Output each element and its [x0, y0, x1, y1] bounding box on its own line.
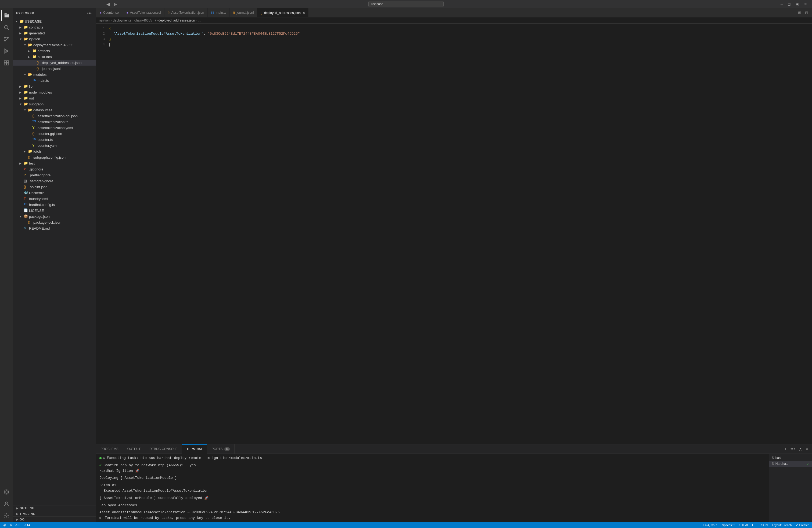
terminal-sidebar-item-bash[interactable]: $ bash	[769, 455, 812, 461]
tree-item-generated[interactable]: ▶ 📁 generated	[13, 30, 96, 36]
panel-more-button[interactable]: •••	[789, 446, 797, 452]
json-file-icon: {}	[37, 60, 41, 65]
panel-tab-output[interactable]: OUTPUT	[123, 444, 145, 454]
go-section[interactable]: ▶ GO	[13, 516, 96, 522]
terminal-output[interactable]: ⊞ Executing task: btp-scs hardhat deploy…	[96, 454, 769, 522]
tree-item-deployments[interactable]: ▼ 📂 deployments/chain-46655	[13, 42, 96, 48]
tree-item-artifacts[interactable]: ▶ 📁 artifacts	[13, 48, 96, 54]
tab-close-icon[interactable]: ×	[303, 11, 305, 15]
tree-item-prettierignore[interactable]: P .prettierignore	[13, 172, 96, 178]
tree-item-subgraph-config[interactable]: {} subgraph.config.json	[13, 154, 96, 160]
tree-item-counter-gql[interactable]: {} counter.gql.json	[13, 131, 96, 137]
json-file-icon: {}	[24, 185, 28, 189]
panel-tab-ports[interactable]: PORTS 14	[207, 444, 234, 454]
tree-item-datasources[interactable]: ▼ 📂 datasources	[13, 107, 96, 113]
breadcrumb-chain[interactable]: chain-46655	[134, 18, 152, 22]
breadcrumb-ellipsis[interactable]: …	[198, 18, 202, 22]
new-terminal-button[interactable]: +	[783, 446, 788, 452]
tree-item-solhint[interactable]: {} .solhint.json	[13, 184, 96, 190]
tree-item-gitignore[interactable]: ⊘ .gitignore	[13, 166, 96, 172]
activity-bar-item-extensions[interactable]	[1, 58, 12, 68]
breadcrumb-deployments[interactable]: deployments	[113, 18, 131, 22]
tree-item-contracts[interactable]: ▶ 📁 contracts	[13, 24, 96, 30]
tree-label: .gitignore	[29, 167, 43, 171]
tree-item-build-info[interactable]: ▶ 📁 build-info	[13, 54, 96, 60]
status-bar: ⊘ ⊘ 0 ⚠ 0 ↺ 14 Ln 4, Col 1 Spaces: 2 UTF…	[0, 522, 812, 528]
ts-file-icon: TS	[32, 78, 37, 83]
tree-item-package-lock[interactable]: {} package-lock.json	[13, 219, 96, 225]
activity-bar-item-settings[interactable]	[1, 510, 12, 521]
panel-tab-problems[interactable]: PROBLEMS	[96, 444, 123, 454]
tree-item-license[interactable]: 📄 LICENSE	[13, 208, 96, 213]
activity-bar-item-source-control[interactable]	[1, 34, 12, 45]
nav-forward-button[interactable]: ▶	[112, 1, 119, 7]
restore-button[interactable]: ▣	[794, 1, 801, 7]
panel-collapse-button[interactable]: ∧	[797, 446, 804, 452]
tree-item-deployed-addresses[interactable]: {} deployed_addresses.json	[13, 60, 96, 66]
status-encoding[interactable]: UTF-8	[738, 524, 749, 527]
tab-assettokenization-json[interactable]: {} AssetTokenization.json	[164, 8, 207, 17]
breadcrumb-ignition[interactable]: ignition	[99, 18, 110, 22]
minimize-button[interactable]: ━	[779, 1, 785, 7]
tree-item-semgrepignore[interactable]: ▤ .semgrepignore	[13, 178, 96, 184]
tab-assettokenization-sol[interactable]: ◈ AssetTokenization.sol	[123, 8, 164, 17]
tree-item-out[interactable]: ▶ 📁 out	[13, 95, 96, 101]
status-prettier[interactable]: ✓ Prettier	[795, 524, 810, 527]
folder-icon: 📂	[24, 102, 28, 106]
split-editor-button[interactable]: ⊞	[796, 10, 803, 15]
tree-item-at-yaml[interactable]: Y assettokenization.yaml	[13, 125, 96, 131]
tree-item-dockerfile[interactable]: 🐳 Dockerfile	[13, 190, 96, 196]
tab-journal-jsonl[interactable]: {} journal.jsonl	[230, 8, 257, 17]
activity-bar-item-debug[interactable]	[1, 46, 12, 56]
status-remote-item[interactable]: ⊘	[2, 523, 7, 527]
tree-item-hardhat-config[interactable]: TS hardhat.config.ts	[13, 202, 96, 208]
tree-item-counter-ts[interactable]: TS counter.ts	[13, 137, 96, 142]
activity-bar-item-remote[interactable]	[1, 487, 12, 497]
outline-section[interactable]: ▶ OUTLINE	[13, 505, 96, 511]
terminal-sidebar-item-hardhat[interactable]: $ Hardha... ✓	[769, 461, 812, 467]
maximize-button[interactable]: ◻	[785, 1, 793, 7]
status-layout[interactable]: Layout: French	[771, 524, 793, 527]
panel-tab-debug[interactable]: DEBUG CONSOLE	[145, 444, 182, 454]
status-language[interactable]: JSON	[759, 524, 769, 527]
panel-close-button[interactable]: ×	[804, 446, 810, 452]
title-search-input[interactable]	[368, 1, 444, 7]
tree-item-fetch[interactable]: ▶ 📁 fetch	[13, 148, 96, 154]
status-ln-col[interactable]: Ln 4, Col 1	[702, 524, 719, 527]
tree-item-modules[interactable]: ▼ 📂 modules	[13, 72, 96, 77]
tree-item-node-modules[interactable]: ▶ 📁 node_modules	[13, 89, 96, 95]
editor-layout-button[interactable]: ⊡	[803, 10, 810, 15]
line-number: 3	[96, 37, 109, 42]
sidebar-more-button[interactable]: •••	[86, 10, 93, 16]
tab-deployed-addresses[interactable]: {} deployed_addresses.json ×	[257, 8, 308, 17]
activity-bar-item-search[interactable]	[1, 22, 12, 33]
tree-item-test[interactable]: ▶ 📁 test	[13, 160, 96, 166]
nav-back-button[interactable]: ◀	[105, 1, 111, 7]
status-errors-item[interactable]: ⊘ 0 ⚠ 0	[8, 524, 21, 527]
toml-file-icon: T	[24, 197, 28, 201]
panel-tab-terminal[interactable]: TERMINAL	[182, 444, 207, 454]
activity-bar-item-explorer[interactable]	[1, 10, 12, 21]
tab-main-ts[interactable]: TS main.ts	[208, 8, 230, 17]
activity-bar-item-account[interactable]	[1, 498, 12, 509]
close-window-button[interactable]: ✕	[802, 1, 809, 7]
status-eol[interactable]: LF	[751, 524, 757, 527]
tree-item-counter-yaml[interactable]: Y counter.yaml	[13, 142, 96, 148]
tree-item-foundry-toml[interactable]: T foundry.toml	[13, 196, 96, 202]
code-editor[interactable]: 1 { 2 "AssetTokenizationModule#AssetToke…	[96, 24, 812, 444]
status-spaces[interactable]: Spaces: 2	[721, 524, 736, 527]
tab-counter-sol[interactable]: ◈ Counter.sol	[96, 8, 123, 17]
tree-item-subgraph[interactable]: ▼ 📂 subgraph	[13, 101, 96, 107]
tree-item-journal[interactable]: {} journal.jsonl	[13, 66, 96, 72]
tree-item-at-ts[interactable]: TS assettokenization.ts	[13, 119, 96, 125]
status-sync-item[interactable]: ↺ 14	[22, 524, 31, 527]
tree-item-main-ts[interactable]: TS main.ts	[13, 77, 96, 83]
timeline-section[interactable]: ▶ TIMELINE	[13, 511, 96, 516]
tree-item-ignition[interactable]: ▼ 📂 ignition	[13, 36, 96, 42]
tree-item-readme[interactable]: M README.md	[13, 225, 96, 231]
breadcrumb-file[interactable]: {} deployed_addresses.json	[155, 18, 195, 22]
tree-item-lib[interactable]: ▶ 📁 lib	[13, 83, 96, 89]
tree-item-at-gql[interactable]: {} assettokenization.gql.json	[13, 113, 96, 119]
tree-item-root[interactable]: ▼ 📁 USECASE	[13, 18, 96, 24]
tree-item-package-json[interactable]: ▼ 📦 package.json	[13, 213, 96, 219]
